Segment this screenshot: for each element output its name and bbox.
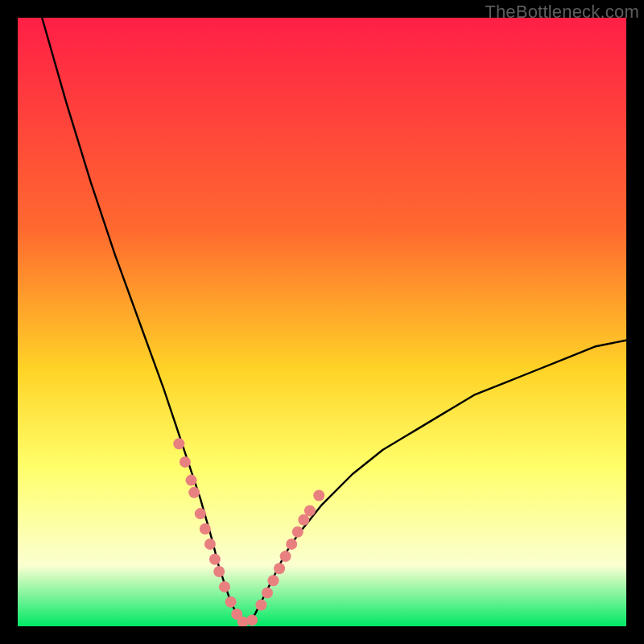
- curve-marker: [195, 508, 206, 519]
- curve-marker: [219, 581, 230, 592]
- curve-marker: [180, 456, 191, 468]
- curve-marker: [280, 551, 291, 562]
- curve-marker: [246, 614, 258, 625]
- curve-marker: [213, 566, 225, 577]
- curve-marker: [209, 554, 221, 565]
- curve-marker: [186, 475, 197, 486]
- curve-marker: [173, 438, 184, 449]
- curve-marker: [304, 505, 316, 516]
- curve-marker: [274, 563, 285, 574]
- curve-marker: [188, 487, 200, 498]
- watermark-text: TheBottleneck.com: [485, 2, 639, 23]
- curve-marker: [225, 597, 237, 608]
- curve-marker: [200, 523, 211, 535]
- curve-marker: [268, 575, 279, 586]
- curve-marker: [313, 490, 324, 502]
- curve-marker: [204, 539, 216, 550]
- curve-marker: [286, 539, 297, 550]
- gradient-background: [18, 18, 626, 626]
- curve-marker: [292, 526, 303, 538]
- chart-frame: [18, 18, 626, 626]
- curve-marker: [255, 600, 266, 611]
- curve-marker: [262, 587, 273, 598]
- bottleneck-chart: [18, 18, 626, 626]
